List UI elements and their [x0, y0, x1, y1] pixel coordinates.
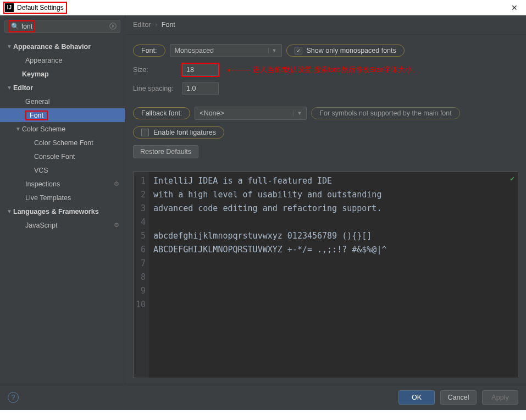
- annotation-text: 进入当前/默认设置,搜索font,然后修改Size字体大小。: [253, 65, 419, 75]
- sidebar-item-color-scheme-font[interactable]: Color Scheme Font: [0, 136, 125, 150]
- sidebar-item-font[interactable]: Font: [0, 108, 125, 122]
- gear-icon: ⚙: [114, 222, 119, 229]
- sidebar-item-label: Color Scheme: [22, 125, 65, 133]
- ligatures-checkbox[interactable]: Enable font ligatures: [133, 126, 224, 139]
- annotation-arrow: 进入当前/默认设置,搜索font,然后修改Size字体大小。: [229, 65, 419, 75]
- chevron-down-icon: ▼: [268, 48, 277, 53]
- sidebar-item-label: Editor: [13, 84, 33, 92]
- sidebar-item-vcs[interactable]: VCS: [0, 163, 125, 177]
- sidebar-item-general[interactable]: General: [0, 95, 125, 108]
- apply-button[interactable]: Apply: [482, 390, 518, 405]
- sidebar-item-languages-frameworks[interactable]: ▼Languages & Frameworks: [0, 205, 125, 218]
- search-icon: 🔍: [11, 23, 19, 30]
- sidebar-item-label: Live Templates: [25, 194, 71, 202]
- breadcrumb: Editor › Font: [125, 15, 526, 35]
- sidebar-item-javascript[interactable]: JavaScript⚙: [0, 218, 125, 232]
- sidebar-item-color-scheme[interactable]: ▼Color Scheme: [0, 122, 125, 136]
- sidebar-item-editor[interactable]: ▼Editor: [0, 81, 125, 95]
- sidebar-item-label: Console Font: [34, 153, 75, 161]
- ok-button[interactable]: OK: [398, 390, 435, 405]
- checkbox-checked-icon: ✓: [295, 47, 302, 54]
- titlebar: IJ Default Settings ✕: [0, 0, 526, 15]
- sidebar-item-label: Appearance & Behavior: [13, 43, 91, 51]
- app-icon: IJ: [5, 3, 14, 12]
- close-icon[interactable]: ✕: [506, 3, 523, 12]
- show-monospaced-checkbox[interactable]: ✓ Show only monospaced fonts: [286, 45, 405, 57]
- sidebar-item-live-templates[interactable]: Live Templates: [0, 191, 125, 205]
- sidebar-item-keymap[interactable]: Keymap: [0, 67, 125, 81]
- line-spacing-label: Line spacing:: [133, 85, 178, 92]
- size-input[interactable]: 18: [182, 64, 219, 76]
- search-input[interactable]: 🔍 font ⓧ: [4, 20, 120, 33]
- font-preview: ✔ 12345678910 IntelliJ IDEA is a full-fe…: [133, 172, 518, 378]
- sidebar-item-appearance-behavior[interactable]: ▼Appearance & Behavior: [0, 40, 125, 53]
- check-icon: ✔: [510, 174, 514, 183]
- sidebar-item-label: Keymap: [22, 70, 49, 78]
- sidebar-item-label: Appearance: [25, 57, 62, 64]
- breadcrumb-current: Font: [162, 21, 175, 29]
- restore-defaults-button[interactable]: Restore Defaults: [133, 145, 198, 158]
- expand-icon: ▼: [7, 85, 13, 91]
- font-label: Font:: [133, 45, 165, 57]
- cancel-button[interactable]: Cancel: [440, 390, 477, 405]
- gear-icon: ⚙: [114, 180, 119, 187]
- sidebar-item-label: Inspections: [25, 180, 60, 188]
- expand-icon: ▼: [7, 43, 13, 49]
- checkbox-unchecked-icon: [141, 129, 149, 136]
- fallback-hint: For symbols not supported by the main fo…: [311, 107, 459, 119]
- sidebar: 🔍 font ⓧ ▼Appearance & BehaviorAppearanc…: [0, 15, 125, 384]
- window-title: Default Settings: [17, 4, 64, 12]
- settings-tree: ▼Appearance & BehaviorAppearanceKeymap▼E…: [0, 37, 125, 384]
- line-spacing-input[interactable]: 1.0: [182, 82, 219, 95]
- search-term: font: [21, 23, 32, 30]
- chevron-right-icon: ›: [155, 21, 157, 29]
- fallback-font-label: Fallback font:: [133, 107, 190, 119]
- dialog-footer: ? OK Cancel Apply: [0, 384, 526, 410]
- sidebar-item-label: Languages & Frameworks: [13, 208, 99, 215]
- sidebar-item-label: Color Scheme Font: [34, 139, 93, 147]
- size-label: Size:: [133, 66, 178, 74]
- sidebar-item-label: JavaScript: [25, 222, 57, 229]
- clear-search-icon[interactable]: ⓧ: [109, 21, 117, 31]
- sidebar-item-appearance[interactable]: Appearance: [0, 53, 125, 67]
- sidebar-item-inspections[interactable]: Inspections⚙: [0, 177, 125, 191]
- sidebar-item-console-font[interactable]: Console Font: [0, 150, 125, 163]
- chevron-down-icon: ▼: [293, 110, 302, 116]
- sidebar-item-label: General: [25, 98, 49, 106]
- sidebar-item-label: Font: [30, 112, 43, 119]
- fallback-font-select[interactable]: <None> ▼: [195, 107, 307, 120]
- breadcrumb-parent[interactable]: Editor: [133, 21, 151, 29]
- font-select[interactable]: Monospaced ▼: [170, 44, 282, 57]
- expand-icon: ▼: [15, 126, 22, 132]
- help-button[interactable]: ?: [8, 392, 19, 403]
- expand-icon: ▼: [7, 208, 13, 214]
- sidebar-item-label: VCS: [34, 167, 48, 174]
